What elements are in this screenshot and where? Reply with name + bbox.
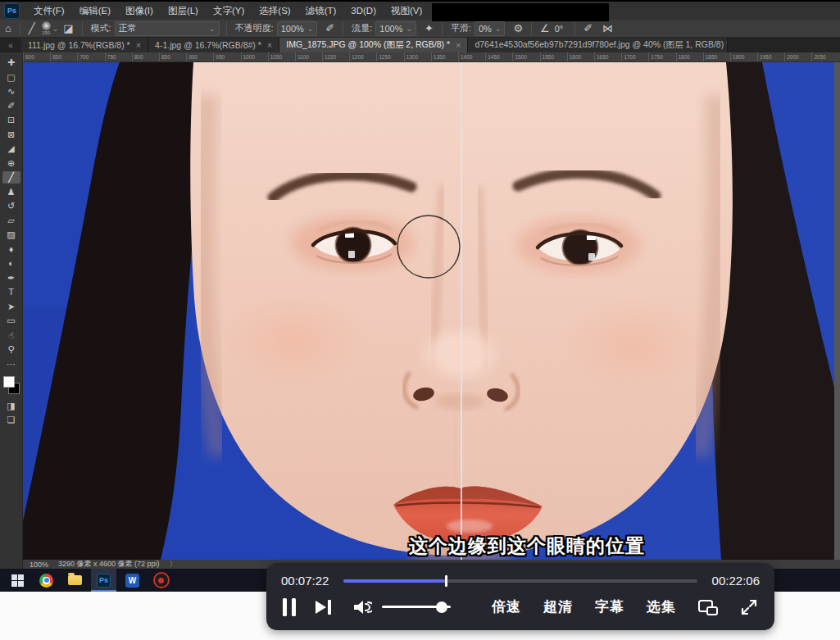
- document-tab[interactable]: 111.jpg @ 16.7%(RGB/8) * ×: [21, 38, 148, 52]
- hand-tool[interactable]: ☝: [2, 329, 20, 342]
- angle-value[interactable]: 0°: [555, 24, 564, 34]
- progress-bar[interactable]: [343, 579, 697, 583]
- spot-healing-tool[interactable]: ⊕: [2, 157, 20, 170]
- opacity-select[interactable]: 100% ⌄: [277, 21, 318, 36]
- pen-tool[interactable]: ✒: [2, 272, 20, 284]
- volume-button[interactable]: [352, 599, 372, 615]
- playhead-handle[interactable]: [445, 575, 447, 587]
- next-episode-button[interactable]: [316, 600, 331, 615]
- ruler-tick: 1800: [676, 52, 703, 61]
- status-chevron-icon[interactable]: 〉: [170, 559, 177, 570]
- zoom-tool[interactable]: ⚲: [2, 343, 20, 356]
- ruler-tick: 1300: [404, 52, 431, 61]
- photoshop-logo-icon: Ps: [4, 3, 20, 19]
- player-menu-button[interactable]: 超清: [543, 597, 573, 616]
- brush-preview[interactable]: 150: [42, 21, 51, 35]
- blend-mode-select[interactable]: 正常 ⌄: [115, 21, 220, 36]
- windows-logo-icon: [11, 574, 24, 587]
- ruler-tick: 1700: [621, 52, 648, 61]
- taskbar-word[interactable]: W: [120, 569, 145, 592]
- taskbar-photoshop[interactable]: Ps: [91, 569, 116, 592]
- quick-selection-tool[interactable]: ✐: [2, 100, 20, 112]
- home-icon[interactable]: ⌂: [0, 20, 16, 37]
- ruler-tick: 1750: [648, 52, 675, 61]
- start-button[interactable]: [5, 569, 30, 592]
- menu-item[interactable]: 文字(Y): [206, 5, 252, 17]
- screen-mode-button[interactable]: ❏: [2, 414, 20, 426]
- fullscreen-button[interactable]: [740, 598, 758, 616]
- crop-tool[interactable]: ⊡: [2, 114, 20, 126]
- blur-tool[interactable]: ♦: [2, 243, 20, 256]
- eyedropper-tool[interactable]: ◢: [2, 143, 20, 155]
- tab-close-icon[interactable]: ×: [456, 40, 461, 50]
- marquee-tool[interactable]: ▢: [2, 71, 20, 84]
- menu-item[interactable]: 3D(D): [343, 6, 384, 16]
- flow-value: 100%: [379, 24, 402, 34]
- volume-slider[interactable]: [382, 606, 451, 608]
- history-brush-tool[interactable]: ↺: [2, 200, 20, 212]
- menu-item[interactable]: 滤镜(T): [298, 5, 344, 17]
- quick-mask-button[interactable]: ◨: [2, 400, 20, 412]
- pause-button[interactable]: [283, 598, 296, 616]
- zoom-level-field[interactable]: 100%: [30, 561, 48, 569]
- document-tab-bar: « 111.jpg @ 16.7%(RGB/8) * × 4-1.jpg @ 1…: [0, 38, 840, 52]
- taskbar-recorder[interactable]: [148, 569, 174, 592]
- dodge-tool[interactable]: ◐: [2, 257, 20, 270]
- folder-icon: [68, 575, 82, 585]
- gear-icon[interactable]: ⚙: [508, 20, 528, 37]
- brush-preset-icon[interactable]: ╱: [24, 20, 40, 37]
- color-swatches[interactable]: [3, 376, 20, 394]
- menu-item[interactable]: 文件(F): [26, 5, 72, 17]
- brush-panel-toggle-icon[interactable]: ◪: [58, 20, 78, 37]
- move-tool[interactable]: ✚: [2, 57, 20, 69]
- document-tab[interactable]: 4-1.jpg @ 16.7%(RGB/8#) * ×: [148, 38, 279, 52]
- eraser-tool[interactable]: ▱: [2, 215, 20, 227]
- document-tab[interactable]: IMG_1875.JPG @ 100% (图层 2, RGB/8) * ×: [279, 38, 468, 52]
- player-menu-button[interactable]: 字幕: [595, 597, 624, 616]
- player-menu-button[interactable]: 倍速: [492, 597, 521, 616]
- shape-tool[interactable]: ▭: [2, 315, 20, 327]
- tab-overflow-icon[interactable]: «: [0, 38, 21, 52]
- airbrush-icon[interactable]: ✦: [420, 20, 438, 37]
- document-size-info: 3290 像素 x 4600 像素 (72 ppi): [58, 559, 160, 570]
- photoshop-canvas[interactable]: 这个边缘到这个眼睛的位置: [23, 62, 840, 560]
- gradient-tool[interactable]: ▨: [2, 229, 20, 241]
- taskbar-chrome[interactable]: [34, 569, 59, 592]
- pressure-size-icon[interactable]: ✐: [579, 20, 597, 37]
- path-select-tool[interactable]: ➤: [2, 301, 20, 313]
- tab-close-icon[interactable]: ×: [136, 40, 141, 50]
- pressure-opacity-icon[interactable]: ✐: [320, 20, 339, 37]
- foreground-color-swatch[interactable]: [3, 376, 15, 388]
- lasso-tool[interactable]: ∿: [2, 85, 20, 98]
- frame-tool[interactable]: ⊠: [2, 129, 20, 141]
- next-icon-bar: [328, 600, 331, 615]
- chevron-down-icon[interactable]: ⌄: [52, 25, 59, 33]
- brush-size-value: 150: [42, 30, 50, 35]
- photo-portrait: [23, 62, 840, 560]
- document-tab[interactable]: d7641e4530af56eb97b7291d9f780ef.jpg @ 40…: [468, 38, 728, 52]
- chrome-icon: [39, 574, 53, 588]
- tab-close-icon[interactable]: ×: [267, 40, 272, 50]
- flow-select[interactable]: 100% ⌄: [375, 21, 416, 36]
- symmetry-icon[interactable]: ⋈: [597, 20, 618, 37]
- menu-item[interactable]: 选择(S): [252, 5, 297, 17]
- separator: [226, 22, 227, 35]
- type-tool[interactable]: T: [2, 286, 20, 298]
- fullscreen-icon: [740, 598, 758, 616]
- more-tools[interactable]: ⋯: [2, 358, 20, 370]
- menu-item[interactable]: 图像(I): [118, 5, 161, 17]
- smoothing-select[interactable]: 0% ⌄: [474, 21, 505, 36]
- brush-tool[interactable]: ╱: [2, 171, 20, 184]
- separator: [531, 22, 532, 35]
- mini-player-button[interactable]: [698, 599, 718, 615]
- menu-item[interactable]: 图层(L): [161, 5, 206, 17]
- clone-stamp-tool[interactable]: ♟: [2, 186, 20, 198]
- ruler-tick: 1650: [594, 52, 621, 61]
- menu-item[interactable]: 视图(V): [384, 5, 429, 17]
- menu-item[interactable]: 编辑(E): [72, 5, 118, 17]
- ruler-tick: 900: [186, 52, 213, 61]
- player-menu-button[interactable]: 选集: [647, 597, 676, 616]
- angle-icon: ∠: [535, 20, 555, 37]
- taskbar-file-explorer[interactable]: [62, 569, 88, 592]
- volume-knob[interactable]: [436, 601, 447, 613]
